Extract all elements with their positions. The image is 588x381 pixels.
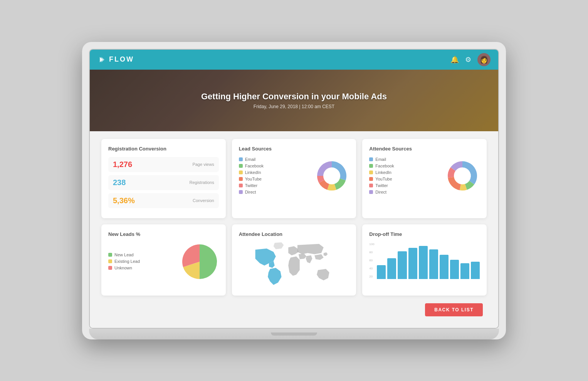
laptop-frame: FLOW 🔔 ⚙ 👩 Getting Higher Conversion in … <box>82 42 506 339</box>
logo-icon <box>97 55 106 64</box>
new-leads-card: New Leads % New LeadExisting LeadUnknown <box>101 224 226 296</box>
legend-item: Facebook <box>239 164 309 168</box>
page-views-stat: 1,276 Page views <box>108 157 219 172</box>
page-views-value: 1,276 <box>113 160 132 169</box>
event-title: Getting Higher Conversion in your Mobile… <box>201 92 387 102</box>
legend-label: LinkedIn <box>245 170 261 175</box>
conversion-stat: 5,36% Conversion <box>108 193 219 208</box>
back-btn-row: BACK TO LIST <box>101 303 487 316</box>
legend-label: Twitter <box>375 183 388 188</box>
bar-rect <box>450 260 459 279</box>
registration-conversion-card: Registration Conversion 1,276 Page views… <box>101 139 226 218</box>
legend-color <box>239 170 243 174</box>
legend-item: Email <box>369 157 440 162</box>
legend-color <box>239 184 243 187</box>
new-leads-pie <box>180 242 219 282</box>
bell-icon[interactable]: 🔔 <box>450 55 459 64</box>
attendee-sources-card: Attendee Sources EmailFacebookLinkedInYo… <box>362 139 487 218</box>
legend-label: Facebook <box>245 164 264 168</box>
world-map-svg <box>242 241 346 291</box>
bar-rect <box>471 262 480 279</box>
logo-text: FLOW <box>109 55 134 64</box>
legend-item: LinkedIn <box>369 170 440 175</box>
bar-rect <box>408 248 417 279</box>
registrations-label: Registrations <box>189 180 214 185</box>
bar-chart <box>377 242 480 279</box>
legend-label: Facebook <box>375 164 394 168</box>
new-leads-inner: New LeadExisting LeadUnknown <box>108 242 219 282</box>
bar-rect <box>419 246 428 279</box>
lead-sources-card: Lead Sources EmailFacebookLinkedInYouTub… <box>232 139 356 218</box>
legend-color <box>239 164 243 168</box>
nav-actions: 🔔 ⚙ 👩 <box>450 53 491 66</box>
y-axis: 100 80 60 40 20 <box>369 242 377 279</box>
y-label-40: 40 <box>369 267 377 270</box>
bar-column <box>429 242 438 279</box>
legend-color <box>239 157 243 161</box>
dropoff-chart-container: 100 80 60 40 20 <box>369 242 480 279</box>
bar-rect <box>440 255 449 279</box>
legend-color <box>108 259 112 263</box>
legend-item: Facebook <box>369 164 440 168</box>
bar-rect <box>377 265 386 279</box>
event-date: Friday, June 29, 2018 | 12:00 am CEST <box>254 104 334 109</box>
legend-item: Twitter <box>239 183 309 188</box>
legend-color <box>108 253 112 257</box>
bar-column <box>387 242 396 279</box>
bar-column <box>419 242 428 279</box>
legend-color <box>108 266 112 270</box>
legend-color <box>369 157 373 161</box>
laptop-screen: FLOW 🔔 ⚙ 👩 Getting Higher Conversion in … <box>89 49 499 329</box>
legend-color <box>369 164 373 168</box>
attendee-location-card: Attendee Location <box>232 224 356 296</box>
legend-label: YouTube <box>245 177 262 181</box>
attendee-sources-inner: EmailFacebookLinkedInYouTubeTwitterDirec… <box>369 157 480 196</box>
dropoff-title: Drop-off Time <box>369 231 480 237</box>
dropoff-time-card: Drop-off Time 100 80 60 40 20 <box>362 224 487 296</box>
avatar[interactable]: 👩 <box>477 53 491 66</box>
lead-sources-donut <box>314 159 349 195</box>
new-leads-title: New Leads % <box>108 231 219 237</box>
new-leads-legend: New LeadExisting LeadUnknown <box>108 252 175 272</box>
conversion-value: 5,36% <box>113 196 135 205</box>
bar-rect <box>398 251 407 279</box>
y-label-100: 100 <box>369 242 377 246</box>
app-logo: FLOW <box>97 55 134 64</box>
legend-label: New Lead <box>114 252 134 257</box>
reg-conv-title: Registration Conversion <box>108 146 219 152</box>
settings-icon[interactable]: ⚙ <box>465 55 471 64</box>
legend-label: Unknown <box>114 266 132 270</box>
page-views-label: Page views <box>192 162 214 167</box>
bar-column <box>398 242 407 279</box>
legend-label: Email <box>375 157 386 162</box>
y-label-60: 60 <box>369 259 377 262</box>
legend-item: LinkedIn <box>239 170 309 175</box>
back-to-list-button[interactable]: BACK TO LIST <box>425 303 483 316</box>
world-map <box>239 242 349 289</box>
legend-item: Twitter <box>369 183 440 188</box>
legend-item: Direct <box>239 190 309 194</box>
hero-banner: Getting Higher Conversion in your Mobile… <box>90 70 498 131</box>
bar-rect <box>387 258 396 279</box>
legend-item: Unknown <box>108 266 175 270</box>
legend-color <box>239 177 243 181</box>
legend-item: Existing Lead <box>108 259 175 264</box>
legend-label: Twitter <box>245 183 257 188</box>
legend-item: YouTube <box>369 177 440 181</box>
legend-color <box>369 170 373 174</box>
svg-marker-1 <box>101 57 104 62</box>
laptop-base <box>89 329 499 339</box>
legend-color <box>369 177 373 181</box>
bar-column <box>408 242 417 279</box>
bar-column <box>471 242 480 279</box>
attendee-location-title: Attendee Location <box>239 231 349 237</box>
legend-label: Direct <box>375 190 386 194</box>
legend-item: Direct <box>369 190 440 194</box>
legend-label: YouTube <box>375 177 392 181</box>
legend-label: Existing Lead <box>114 259 140 264</box>
attendee-sources-donut <box>445 159 480 195</box>
bar-column <box>460 242 469 279</box>
legend-item: New Lead <box>108 252 175 257</box>
attendee-sources-legend: EmailFacebookLinkedInYouTubeTwitterDirec… <box>369 157 440 196</box>
legend-label: LinkedIn <box>375 170 391 175</box>
